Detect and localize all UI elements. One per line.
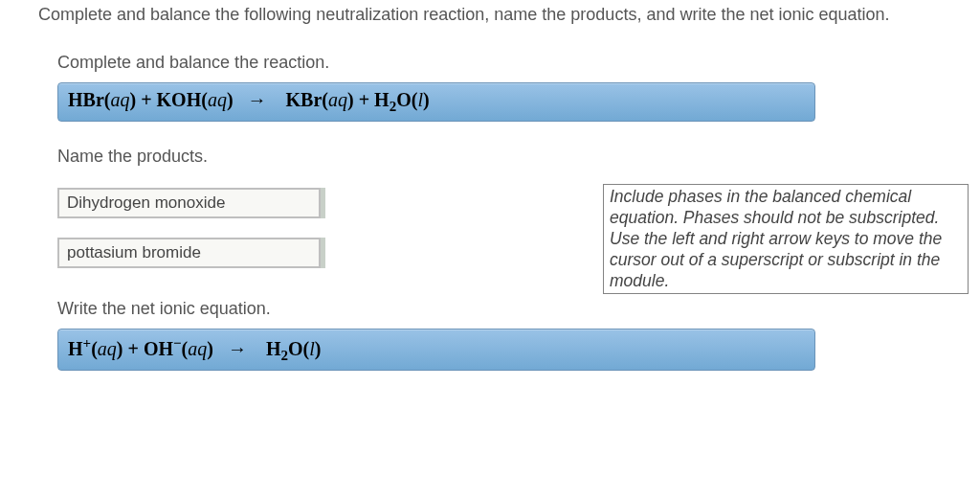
eq1-lhs1: HBr: [68, 89, 104, 110]
problem-statement: Complete and balance the following neutr…: [38, 4, 942, 26]
eq2-lhs2-sup: −: [173, 335, 182, 351]
eq2-rhs1-state: (l): [303, 338, 322, 359]
eq1-rhs2b: O: [396, 89, 412, 110]
plus: +: [354, 89, 374, 110]
eq1-rhs2a: H: [374, 89, 390, 110]
arrow-icon: →: [228, 338, 247, 359]
eq2-rhs1-sub: 2: [280, 348, 288, 363]
plus: +: [122, 338, 143, 359]
eq2-rhs1b: O: [288, 338, 303, 359]
eq1-lhs2-state: (aq): [201, 89, 233, 110]
eq2-lhs2-state: (aq): [182, 338, 213, 359]
eq1-rhs1: KBr: [286, 89, 323, 110]
product-name-input-1[interactable]: Dihydrogen monoxide: [57, 188, 321, 218]
product-name-input-2[interactable]: pottasium bromide: [57, 238, 321, 268]
net-ionic-equation-input[interactable]: H+(aq) + OH−(aq) → H2O(l): [57, 329, 815, 371]
eq1-rhs1-state: (aq): [322, 89, 353, 110]
plus: +: [136, 89, 156, 110]
eq2-lhs1-state: (aq): [91, 338, 122, 359]
eq2-lhs1: H: [68, 338, 83, 359]
eq1-lhs1-state: (aq): [104, 89, 136, 110]
hint-box: Include phases in the balanced chemical …: [603, 184, 969, 294]
section2-label: Name the products.: [57, 147, 942, 167]
eq2-rhs1a: H: [266, 338, 281, 359]
eq2-lhs1-sup: +: [83, 335, 92, 351]
eq1-lhs2: KOH: [157, 89, 202, 110]
section1-label: Complete and balance the reaction.: [57, 53, 942, 73]
section3-label: Write the net ionic equation.: [57, 299, 942, 319]
eq2-lhs2: OH: [144, 338, 173, 359]
balanced-equation-input[interactable]: HBr(aq) + KOH(aq) → KBr(aq) + H2O(l): [57, 82, 815, 122]
eq1-rhs2-state: (l): [412, 89, 430, 110]
arrow-icon: →: [248, 89, 267, 110]
